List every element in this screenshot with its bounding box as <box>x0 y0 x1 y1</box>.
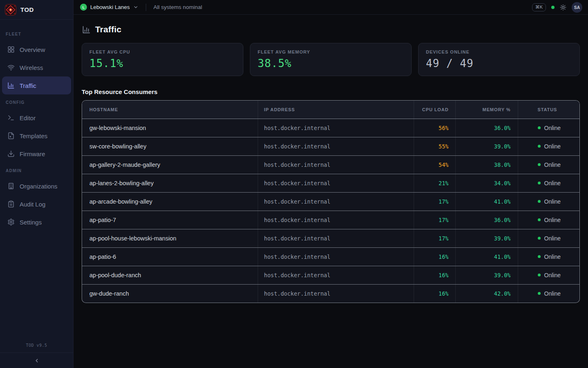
stat-value: 38.5% <box>258 57 404 70</box>
online-dot-icon <box>538 126 541 129</box>
grid-icon <box>7 46 15 53</box>
table-row[interactable]: gw-dude-ranch host.docker.internal 16% 4… <box>82 284 579 303</box>
ip-cell: host.docker.internal <box>258 284 414 303</box>
sidebar-item-editor[interactable]: Editor <box>2 109 71 127</box>
table-row[interactable]: ap-pool-house-lebowski-mansion host.dock… <box>82 229 579 247</box>
org-selector[interactable]: L Lebowski Lanes <box>80 4 138 11</box>
bar-chart-icon <box>7 82 15 89</box>
memory-cell: 39.0% <box>455 266 518 284</box>
tod-logo-icon <box>5 4 16 16</box>
cpu-cell: 16% <box>414 247 455 266</box>
table-row[interactable]: ap-patio-7 host.docker.internal 17% 36.0… <box>82 211 579 229</box>
ip-cell: host.docker.internal <box>258 119 414 137</box>
system-status-text: All systems nominal <box>154 4 202 10</box>
memory-cell: 39.0% <box>455 137 518 155</box>
online-dot-icon <box>538 200 541 203</box>
memory-cell: 41.0% <box>455 247 518 266</box>
sidebar-item-firmware[interactable]: Firmware <box>2 145 71 163</box>
sidebar: TOD FLEET Overview Wireless Traffic CONF… <box>0 0 74 368</box>
sidebar-footer: TOD v9.5 <box>0 339 73 368</box>
table-row[interactable]: ap-gallery-2-maude-gallery host.docker.i… <box>82 155 579 174</box>
online-dot-icon <box>538 274 541 276</box>
sidebar-collapse-button[interactable] <box>0 352 73 368</box>
page-header: Traffic <box>82 25 580 34</box>
topbar-right: ⌘K SA <box>532 2 582 13</box>
status-label: Online <box>544 290 561 297</box>
status-label: Online <box>544 217 561 223</box>
command-palette-shortcut[interactable]: ⌘K <box>532 3 546 11</box>
table-row[interactable]: sw-core-bowling-alley host.docker.intern… <box>82 137 579 155</box>
app-version: TOD v9.5 <box>0 339 73 352</box>
column-header-status: STATUS <box>518 101 579 119</box>
traffic-page-icon <box>82 25 91 34</box>
chevron-left-icon <box>34 358 40 364</box>
sidebar-item-templates[interactable]: Templates <box>2 127 71 145</box>
brand[interactable]: TOD <box>0 0 73 20</box>
memory-cell: 39.0% <box>455 229 518 247</box>
table-section-title: Top Resource Consumers <box>82 88 580 95</box>
table-row[interactable]: ap-lanes-2-bowling-alley host.docker.int… <box>82 174 579 192</box>
status-cell: Online <box>518 137 579 155</box>
file-icon <box>7 132 15 139</box>
cpu-cell: 16% <box>414 266 455 284</box>
chevron-down-icon <box>133 4 138 10</box>
sidebar-item-wireless[interactable]: Wireless <box>2 58 71 76</box>
nav-section-fleet: FLEET <box>0 26 73 40</box>
sidebar-item-audit-log[interactable]: Audit Log <box>2 195 71 213</box>
stat-value: 49 / 49 <box>426 57 572 70</box>
ip-cell: host.docker.internal <box>258 229 414 247</box>
sidebar-item-label: Settings <box>20 219 42 226</box>
org-avatar: L <box>80 4 87 11</box>
online-dot-icon <box>538 292 541 295</box>
cpu-cell: 17% <box>414 229 455 247</box>
status-cell: Online <box>518 119 579 137</box>
cpu-cell: 55% <box>414 137 455 155</box>
ip-cell: host.docker.internal <box>258 174 414 192</box>
wifi-icon <box>7 64 15 71</box>
status-cell: Online <box>518 192 579 211</box>
health-dot-icon <box>551 6 555 9</box>
hostname-cell: ap-patio-7 <box>82 211 258 229</box>
nav-section-admin: ADMIN <box>0 163 73 177</box>
stat-label: DEVICES ONLINE <box>426 49 572 54</box>
download-icon <box>7 150 15 157</box>
memory-cell: 38.0% <box>455 155 518 174</box>
user-avatar[interactable]: SA <box>572 2 582 13</box>
online-dot-icon <box>538 218 541 221</box>
table-row[interactable]: gw-lebowski-mansion host.docker.internal… <box>82 119 579 137</box>
main-area: L Lebowski Lanes All systems nominal ⌘K … <box>74 0 588 368</box>
page-content: Traffic FLEET AVG CPU 15.1% FLEET AVG ME… <box>74 15 588 303</box>
column-header-memory: MEMORY % <box>455 101 518 119</box>
table-row[interactable]: ap-pool-dude-ranch host.docker.internal … <box>82 266 579 284</box>
hostname-cell: ap-pool-house-lebowski-mansion <box>82 229 258 247</box>
online-dot-icon <box>538 255 541 258</box>
sidebar-item-label: Wireless <box>20 64 43 71</box>
hostname-cell: ap-gallery-2-maude-gallery <box>82 155 258 174</box>
sidebar-item-traffic[interactable]: Traffic <box>2 76 71 94</box>
status-label: Online <box>544 180 561 186</box>
clipboard-icon <box>7 200 15 208</box>
status-cell: Online <box>518 247 579 266</box>
resource-table: HOSTNAME IP ADDRESS CPU LOAD MEMORY % ST… <box>82 101 579 303</box>
status-cell: Online <box>518 266 579 284</box>
sidebar-item-organizations[interactable]: Organizations <box>2 177 71 195</box>
resource-table-container: HOSTNAME IP ADDRESS CPU LOAD MEMORY % ST… <box>82 100 580 303</box>
cpu-cell: 56% <box>414 119 455 137</box>
hostname-cell: ap-pool-dude-ranch <box>82 266 258 284</box>
table-header-row: HOSTNAME IP ADDRESS CPU LOAD MEMORY % ST… <box>82 101 579 119</box>
table-row[interactable]: ap-patio-6 host.docker.internal 16% 41.0… <box>82 247 579 266</box>
status-cell: Online <box>518 211 579 229</box>
table-row[interactable]: ap-arcade-bowling-alley host.docker.inte… <box>82 192 579 211</box>
stat-card-devices: DEVICES ONLINE 49 / 49 <box>418 43 580 76</box>
column-header-ip: IP ADDRESS <box>258 101 414 119</box>
online-dot-icon <box>538 237 541 240</box>
online-dot-icon <box>538 163 541 166</box>
nav-section-config: CONFIG <box>0 94 73 109</box>
cpu-cell: 16% <box>414 284 455 303</box>
sidebar-item-label: Organizations <box>20 183 58 190</box>
sidebar-item-overview[interactable]: Overview <box>2 40 71 58</box>
hostname-cell: gw-lebowski-mansion <box>82 119 258 137</box>
sidebar-item-settings[interactable]: Settings <box>2 213 71 231</box>
status-label: Online <box>544 143 561 150</box>
theme-toggle-button[interactable] <box>560 4 566 11</box>
